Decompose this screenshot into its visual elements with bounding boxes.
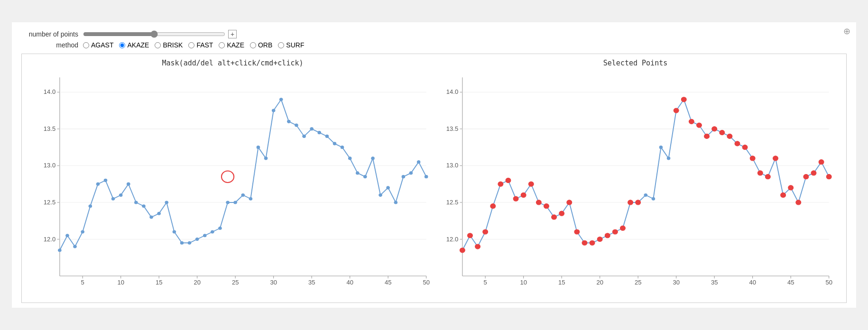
selected-point [735,141,740,146]
selected-point [765,174,770,179]
radio-item-agast[interactable]: AGAST [83,41,113,49]
radio-item-brisk[interactable]: BRISK [155,41,183,49]
data-point [127,183,130,185]
charts-panel: Mask(add/del alt+click/cmd+click) 12.012… [21,54,847,303]
data-point [303,135,306,138]
selected-point [803,174,809,179]
selected-point [490,204,496,209]
data-point [379,193,382,196]
svg-text:13.0: 13.0 [446,163,458,169]
data-point [195,238,199,240]
data-point [287,120,291,123]
data-point [280,98,283,101]
data-point [173,230,176,233]
data-point [257,146,260,149]
data-point [89,205,92,208]
svg-text:50: 50 [423,280,430,286]
selected-point [704,134,710,138]
selected-point [536,200,541,205]
data-point [219,227,222,229]
selected-point [528,182,534,186]
add-icon[interactable]: ⊕ [843,26,850,37]
data-point [409,172,413,174]
data-point [211,230,214,233]
selected-point [712,127,717,131]
method-label: method [21,41,78,49]
selected-point [483,229,488,234]
data-point [135,201,138,204]
data-point [150,216,153,219]
selected-point [819,160,824,165]
selected-point [628,200,633,205]
svg-text:35: 35 [711,280,718,286]
selected-point [826,174,831,179]
points-slider[interactable] [83,30,225,38]
svg-text:20: 20 [596,280,603,286]
svg-text:30: 30 [270,280,277,286]
left-chart-title: Mask(add/del alt+click/cmd+click) [162,59,303,67]
selected-point [559,211,564,216]
radio-akaze[interactable] [119,42,125,48]
selected-point [674,108,679,113]
radio-orb[interactable] [250,42,256,48]
selected-point [468,233,473,238]
selected-point [460,248,465,253]
svg-text:5: 5 [81,280,84,286]
data-point [264,157,268,160]
svg-text:35: 35 [308,280,315,286]
data-point [364,175,367,178]
selected-point [781,192,786,197]
data-point [402,175,405,178]
data-point [333,142,336,145]
selected-point [521,192,526,197]
svg-text:12.5: 12.5 [44,199,55,206]
svg-text:10: 10 [520,280,527,286]
radio-item-akaze[interactable]: AKAZE [119,41,149,49]
radio-surf[interactable] [278,42,284,48]
svg-text:14.0: 14.0 [44,89,55,96]
data-point [142,205,146,208]
points-row: number of points + [21,30,847,38]
selected-point [620,226,626,230]
radio-kaze[interactable] [219,42,225,48]
svg-text:15: 15 [156,280,163,286]
plus-button[interactable]: + [228,30,237,38]
radio-item-fast[interactable]: FAST [188,41,213,49]
selected-point [574,229,580,234]
radio-label-surf: SURF [286,41,304,49]
data-point [295,124,298,127]
radio-label-brisk: BRISK [163,41,183,49]
svg-text:13.5: 13.5 [446,126,458,132]
right-chart-wrapper: Selected Points 12.012.513.013.514.05101… [434,59,837,298]
svg-text:10: 10 [117,280,124,286]
data-point [652,197,655,200]
data-point [249,197,252,200]
selected-point [552,215,557,220]
data-point [234,201,237,204]
radio-item-surf[interactable]: SURF [278,41,304,49]
data-point [341,146,344,149]
right-chart-title: Selected Points [603,59,667,67]
selected-point [544,204,549,209]
svg-text:50: 50 [825,280,832,286]
svg-text:15: 15 [558,280,565,286]
radio-item-kaze[interactable]: KAZE [219,41,244,49]
data-point [111,197,115,200]
radio-brisk[interactable] [155,42,161,48]
data-point [104,179,107,182]
selected-point [590,240,595,245]
data-point [417,161,420,164]
svg-text:12.5: 12.5 [446,199,458,206]
data-point [241,193,245,196]
radio-agast[interactable] [83,42,89,48]
data-point [644,193,647,196]
right-chart[interactable]: 12.012.513.013.514.05101520253035404550 [434,70,837,298]
svg-text:5: 5 [484,280,487,286]
selected-point [742,145,748,150]
data-point [58,249,62,252]
left-chart[interactable]: 12.012.513.013.514.05101520253035404550 [31,70,434,298]
data-point [66,234,69,237]
radio-fast[interactable] [188,42,194,48]
radio-item-orb[interactable]: ORB [250,41,272,49]
selected-point [475,244,480,249]
